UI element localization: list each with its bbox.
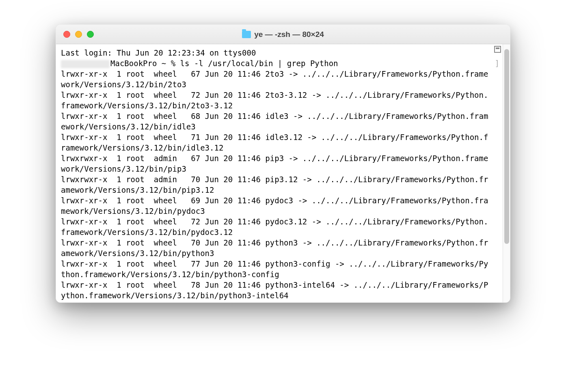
output-line: lrwxrwxr-x 1 root admin 67 Jun 20 11:46 … (61, 154, 488, 173)
last-login-line: Last login: Thu Jun 20 12:23:34 on ttys0… (61, 48, 256, 57)
output-line: lrwxr-xr-x 1 root wheel 68 Jun 20 11:46 … (61, 112, 488, 131)
output-line: lrwxr-xr-x 1 root wheel 72 Jun 20 11:46 … (61, 90, 488, 110)
right-prompt-bracket: ] (495, 58, 499, 69)
terminal-body[interactable]: ] Last login: Thu Jun 20 12:23:34 on tty… (56, 44, 510, 302)
prompt-host: MacBookPro ~ % (110, 59, 180, 68)
output-line: lrwxr-xr-x 1 root wheel 70 Jun 20 11:46 … (61, 238, 488, 258)
output-line: lrwxr-xr-x 1 root wheel 78 Jun 20 11:46 … (61, 280, 488, 300)
scrollbar-track[interactable] (503, 44, 510, 302)
scrollbar-thumb[interactable] (504, 49, 509, 244)
output-line: lrwxr-xr-x 1 root wheel 71 Jun 20 11:46 … (61, 133, 488, 152)
folder-icon (242, 31, 251, 38)
maximize-button[interactable] (87, 31, 94, 38)
minimize-button[interactable] (75, 31, 82, 38)
window-title: ye — -zsh — 80×24 (56, 30, 510, 39)
terminal-window: ye — -zsh — 80×24 ] Last login: Thu Jun … (56, 24, 510, 303)
output-line: lrwxr-xr-x 1 root wheel 69 Jun 20 11:46 … (61, 196, 488, 215)
output-line: lrwxr-xr-x 1 root wheel 77 Jun 20 11:46 … (61, 259, 488, 279)
titlebar[interactable]: ye — -zsh — 80×24 (56, 25, 510, 44)
window-title-text: ye — -zsh — 80×24 (254, 30, 324, 39)
traffic-lights (63, 31, 94, 38)
output-line: lrwxrwxr-x 1 root admin 70 Jun 20 11:46 … (61, 175, 488, 194)
redacted-username (61, 60, 110, 68)
alternate-screen-icon[interactable] (494, 46, 501, 53)
output-line: lrwxr-xr-x 1 root wheel 72 Jun 20 11:46 … (61, 217, 488, 237)
terminal-output: Last login: Thu Jun 20 12:23:34 on ttys0… (61, 47, 491, 301)
command-text: ls -l /usr/local/bin | grep Python (180, 59, 338, 68)
output-line: lrwxr-xr-x 1 root wheel 67 Jun 20 11:46 … (61, 69, 488, 89)
close-button[interactable] (63, 31, 70, 38)
